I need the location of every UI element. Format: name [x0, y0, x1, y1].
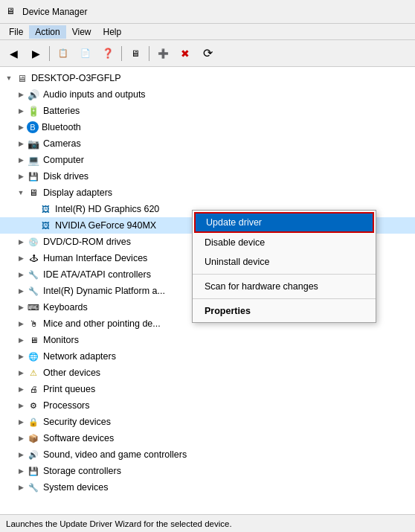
update-driver-label: Update driver: [206, 217, 262, 228]
other-icon: ⚠: [27, 366, 40, 379]
context-menu-scan[interactable]: Scan for hardware changes: [193, 277, 376, 296]
tree-item-computer[interactable]: ▶ 💻 Computer: [0, 152, 415, 168]
tree-item-disk[interactable]: ▶ 💾 Disk drives: [0, 168, 415, 185]
menu-help[interactable]: Help: [97, 25, 128, 39]
intel-dyn-label: Intel(R) Dynamic Platform a...: [43, 286, 165, 296]
window-title: Device Manager: [22, 7, 87, 17]
software-toggle[interactable]: ▶: [15, 432, 27, 444]
context-menu-sep1: [193, 274, 376, 275]
add-hardware-button[interactable]: ➕: [152, 43, 173, 64]
print-label: Print queues: [43, 384, 95, 394]
menu-bar: File Action View Help: [0, 24, 415, 40]
properties-button[interactable]: 📋: [53, 43, 74, 64]
disk-toggle[interactable]: ▶: [15, 170, 27, 182]
forward-button[interactable]: ▶: [25, 43, 46, 64]
title-bar: 🖥 Device Manager: [0, 0, 415, 24]
main-content: ▼ 🖥 DESKTOP-O3FGFLP ▶ 🔊 Audio inputs and…: [0, 67, 415, 514]
tree-item-cameras[interactable]: ▶ 📷 Cameras: [0, 135, 415, 152]
menu-view[interactable]: View: [66, 25, 97, 39]
tree-item-sysdev[interactable]: ▶ 🔧 System devices: [0, 479, 415, 496]
scan-label: Scan for hardware changes: [205, 281, 318, 292]
context-menu-sep2: [193, 298, 376, 299]
proc-icon: ⚙: [27, 399, 40, 412]
root-label: DESKTOP-O3FGFLP: [31, 73, 121, 83]
toolbar-sep-2: [121, 46, 122, 61]
audio-toggle[interactable]: ▶: [15, 89, 27, 100]
cameras-icon: 📷: [27, 137, 40, 150]
print-toggle[interactable]: ▶: [15, 383, 27, 395]
root-toggle[interactable]: ▼: [3, 72, 15, 84]
help-button[interactable]: ❓: [97, 43, 118, 64]
intel-dyn-toggle[interactable]: ▶: [15, 285, 27, 297]
tree-item-audio[interactable]: ▶ 🔊 Audio inputs and outputs: [0, 86, 415, 103]
tree-item-proc[interactable]: ▶ ⚙ Processors: [0, 397, 415, 414]
monitor-button[interactable]: 🖥: [125, 43, 146, 64]
menu-action[interactable]: Action: [29, 25, 65, 39]
properties-label: Properties: [205, 306, 251, 316]
tree-root[interactable]: ▼ 🖥 DESKTOP-O3FGFLP: [0, 70, 415, 86]
app-icon: 🖥: [6, 6, 18, 18]
storage-toggle[interactable]: ▶: [15, 465, 27, 477]
toolbar-sep-3: [149, 46, 149, 61]
menu-file[interactable]: File: [3, 25, 29, 39]
update-driver-toolbar-button[interactable]: 📄: [75, 43, 96, 64]
ide-toggle[interactable]: ▶: [15, 269, 27, 281]
sound-label: Sound, video and game controllers: [43, 449, 187, 460]
software-icon: 📦: [27, 432, 40, 445]
context-menu-properties[interactable]: Properties: [193, 301, 376, 321]
tree-item-other[interactable]: ▶ ⚠ Other devices: [0, 365, 415, 381]
batteries-toggle[interactable]: ▶: [15, 105, 27, 117]
cameras-label: Cameras: [43, 138, 81, 149]
tree-item-storage[interactable]: ▶ 💾 Storage controllers: [0, 463, 415, 479]
tree-item-print[interactable]: ▶ 🖨 Print queues: [0, 381, 415, 397]
computer-toggle[interactable]: ▶: [15, 154, 27, 166]
nvidia-label: NVIDIA GeForce 940MX: [55, 220, 156, 231]
tree-item-sound[interactable]: ▶ 🔊 Sound, video and game controllers: [0, 446, 415, 463]
tree-item-security[interactable]: ▶ 🔒 Security devices: [0, 414, 415, 430]
computer-label: Computer: [43, 155, 84, 165]
batteries-icon: 🔋: [27, 104, 40, 118]
dvd-toggle[interactable]: ▶: [15, 236, 27, 248]
bluetooth-toggle[interactable]: ▶: [15, 121, 27, 133]
status-text: Launches the Update Driver Wizard for th…: [6, 519, 232, 528]
tree-item-network[interactable]: ▶ 🌐 Network adapters: [0, 348, 415, 365]
sysdev-toggle[interactable]: ▶: [15, 481, 27, 493]
monitors-label: Monitors: [43, 335, 79, 345]
cameras-toggle[interactable]: ▶: [15, 138, 27, 150]
other-label: Other devices: [43, 368, 100, 378]
nvidia-icon: 🖼: [39, 219, 52, 232]
computer-icon: 💻: [27, 153, 40, 167]
security-label: Security devices: [43, 417, 111, 427]
tree-item-software[interactable]: ▶ 📦 Software devices: [0, 430, 415, 446]
tree-item-display[interactable]: ▼ 🖥 Display adapters: [0, 185, 415, 201]
context-menu-update-driver[interactable]: Update driver: [194, 212, 374, 233]
uninstall-device-label: Uninstall device: [205, 257, 270, 267]
security-toggle[interactable]: ▶: [15, 416, 27, 428]
tree-item-bluetooth[interactable]: ▶ B Bluetooth: [0, 119, 415, 135]
context-menu-uninstall-device[interactable]: Uninstall device: [193, 252, 376, 272]
intel-hd-icon: 🖼: [39, 202, 52, 216]
monitors-toggle[interactable]: ▶: [15, 334, 27, 346]
hid-toggle[interactable]: ▶: [15, 252, 27, 264]
display-toggle[interactable]: ▼: [15, 187, 27, 199]
tree-item-monitors[interactable]: ▶ 🖥 Monitors: [0, 332, 415, 348]
mice-toggle[interactable]: ▶: [15, 318, 27, 330]
proc-label: Processors: [43, 400, 90, 411]
keyboards-toggle[interactable]: ▶: [15, 301, 27, 313]
storage-label: Storage controllers: [43, 466, 121, 476]
print-icon: 🖨: [27, 382, 40, 396]
context-menu-disable-device[interactable]: Disable device: [193, 233, 376, 252]
ide-label: IDE ATA/ATAPI controllers: [43, 269, 151, 280]
ide-icon: 🔧: [27, 268, 40, 281]
back-button[interactable]: ◀: [3, 43, 24, 64]
keyboards-icon: ⌨: [27, 301, 40, 314]
refresh-button[interactable]: ⟳: [197, 43, 218, 64]
sound-icon: 🔊: [27, 448, 40, 461]
tree-item-batteries[interactable]: ▶ 🔋 Batteries: [0, 103, 415, 119]
proc-toggle[interactable]: ▶: [15, 400, 27, 411]
other-toggle[interactable]: ▶: [15, 367, 27, 379]
dvd-icon: 💿: [27, 235, 40, 249]
remove-button[interactable]: ✖: [175, 43, 196, 64]
sound-toggle[interactable]: ▶: [15, 449, 27, 461]
network-toggle[interactable]: ▶: [15, 350, 27, 362]
